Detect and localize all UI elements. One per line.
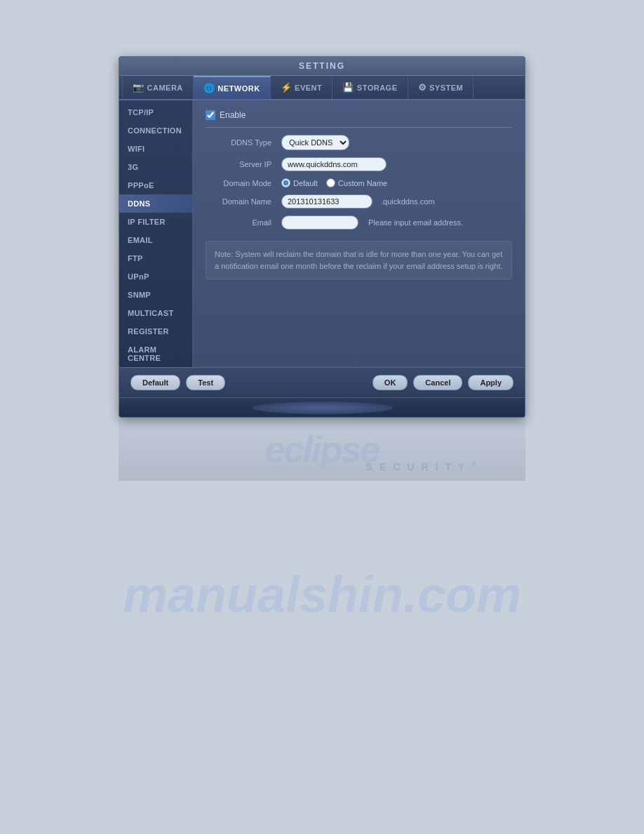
- sidebar-item-3g[interactable]: 3G: [119, 158, 192, 176]
- bottom-oval: [253, 402, 393, 414]
- storage-icon: 💾: [342, 82, 354, 93]
- note-box: Note: System will reclaim the domain tha…: [206, 241, 512, 279]
- ddns-type-row: DDNS Type Quick DDNS NO-IP DynDNS: [206, 135, 512, 150]
- tab-camera[interactable]: 📷 CAMERA: [122, 76, 194, 99]
- sidebar-item-alarm-centre[interactable]: ALARM CENTRE: [119, 340, 192, 367]
- tab-event-label: EVENT: [295, 84, 322, 92]
- system-icon: ⚙: [418, 82, 427, 93]
- title-bar: SETTING: [119, 57, 525, 76]
- sidebar-item-upnp[interactable]: UPnP: [119, 267, 192, 286]
- radio-default-label: Default: [293, 179, 318, 187]
- sidebar-item-ip-filter[interactable]: IP FILTER: [119, 213, 192, 231]
- ddns-type-select[interactable]: Quick DDNS NO-IP DynDNS: [281, 135, 349, 150]
- tab-event[interactable]: ⚡ EVENT: [271, 76, 333, 99]
- sidebar: TCP/IP CONNECTION WIFI 3G PPPoE DDNS IP …: [119, 100, 193, 367]
- event-icon: ⚡: [281, 82, 293, 93]
- bottom-band: [119, 397, 525, 417]
- note-text: Note: System will reclaim the domain tha…: [215, 250, 502, 270]
- footer-left: Default Test: [130, 375, 225, 390]
- sidebar-item-pppoe[interactable]: PPPoE: [119, 176, 192, 194]
- domain-mode-row: Domain Mode Default Custom Name: [206, 178, 512, 187]
- email-row: Email Please input email address.: [206, 216, 512, 230]
- sidebar-item-snmp[interactable]: SNMP: [119, 286, 192, 304]
- tab-system[interactable]: ⚙ SYSTEM: [408, 76, 474, 99]
- enable-checkbox[interactable]: [206, 110, 215, 120]
- body: TCP/IP CONNECTION WIFI 3G PPPoE DDNS IP …: [119, 100, 525, 367]
- registered-mark: ®: [471, 461, 483, 468]
- server-ip-row: Server IP: [206, 157, 512, 171]
- footer-right: OK Cancel Apply: [373, 375, 514, 390]
- radio-custom-input[interactable]: [326, 178, 335, 187]
- sidebar-item-email[interactable]: EMAIL: [119, 231, 192, 249]
- camera-icon: 📷: [133, 82, 145, 93]
- cancel-button[interactable]: Cancel: [413, 375, 462, 390]
- logo-area: eclipse SECURITY®: [119, 418, 525, 481]
- ddns-type-label: DDNS Type: [206, 138, 276, 147]
- tab-bar: 📷 CAMERA 🌐 NETWORK ⚡ EVENT 💾 STORAGE ⚙ S…: [119, 76, 525, 100]
- sidebar-item-ftp[interactable]: FTP: [119, 249, 192, 267]
- sidebar-item-register[interactable]: REGISTER: [119, 322, 192, 340]
- sidebar-item-multicast[interactable]: MULTICAST: [119, 304, 192, 322]
- radio-custom[interactable]: Custom Name: [326, 178, 387, 187]
- radio-custom-label: Custom Name: [338, 179, 387, 187]
- tab-network-label: NETWORK: [217, 84, 260, 93]
- radio-default-input[interactable]: [281, 178, 290, 187]
- network-icon: 🌐: [203, 83, 215, 93]
- enable-row: Enable: [206, 110, 512, 128]
- apply-button[interactable]: Apply: [468, 375, 514, 390]
- tab-storage[interactable]: 💾 STORAGE: [333, 76, 408, 99]
- enable-label[interactable]: Enable: [220, 110, 246, 120]
- domain-mode-radio-group: Default Custom Name: [281, 178, 387, 187]
- ok-button[interactable]: OK: [373, 375, 408, 390]
- sidebar-item-connection[interactable]: CONNECTION: [119, 121, 192, 140]
- email-label: Email: [206, 218, 276, 227]
- watermark: manualshin.com: [123, 566, 521, 623]
- domain-name-label: Domain Name: [206, 197, 276, 206]
- tab-storage-label: STORAGE: [357, 84, 398, 92]
- radio-default[interactable]: Default: [281, 178, 318, 187]
- test-button[interactable]: Test: [186, 375, 225, 390]
- domain-suffix: .quickddns.com: [381, 197, 434, 206]
- domain-name-input[interactable]: [281, 194, 373, 208]
- sidebar-item-ddns[interactable]: DDNS: [119, 194, 192, 213]
- content-panel: Enable DDNS Type Quick DDNS NO-IP DynDNS…: [193, 100, 525, 367]
- footer: Default Test OK Cancel Apply: [119, 367, 525, 397]
- email-input[interactable]: [281, 216, 358, 230]
- sidebar-item-tcp-ip[interactable]: TCP/IP: [119, 103, 192, 121]
- domain-mode-label: Domain Mode: [206, 179, 276, 187]
- email-hint: Please input email address.: [368, 218, 463, 227]
- tab-system-label: SYSTEM: [429, 84, 463, 92]
- sidebar-item-wifi[interactable]: WIFI: [119, 140, 192, 158]
- eclipse-logo: eclipse: [265, 428, 379, 470]
- server-ip-input[interactable]: [281, 157, 387, 171]
- server-ip-label: Server IP: [206, 160, 276, 168]
- default-button[interactable]: Default: [130, 375, 180, 390]
- dialog-title: SETTING: [299, 61, 345, 71]
- tab-camera-label: CAMERA: [147, 84, 183, 92]
- security-label: SECURITY®: [366, 461, 483, 472]
- domain-name-row: Domain Name .quickddns.com: [206, 194, 512, 208]
- tab-network[interactable]: 🌐 NETWORK: [194, 76, 271, 99]
- settings-dialog: SETTING 📷 CAMERA 🌐 NETWORK ⚡ EVENT 💾 STO…: [119, 56, 525, 418]
